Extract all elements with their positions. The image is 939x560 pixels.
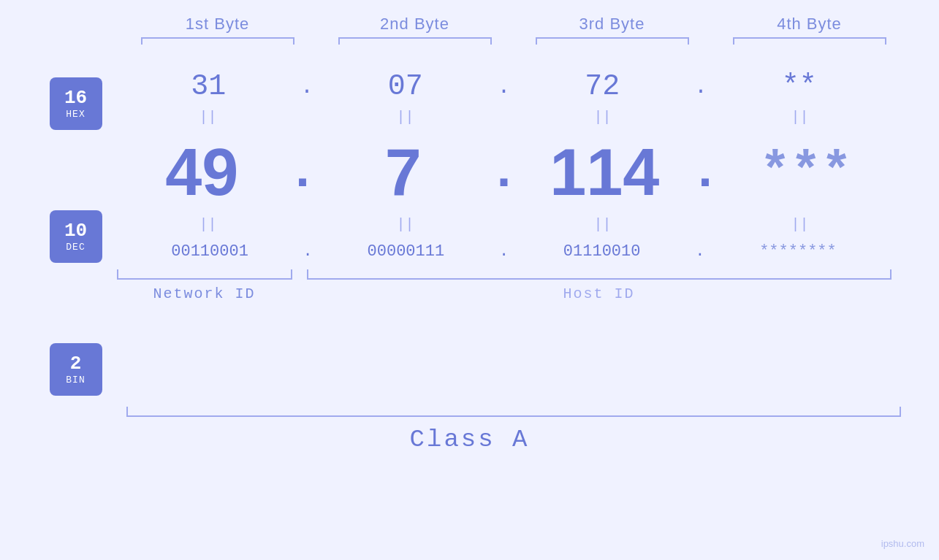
dec-b4-value: ***	[760, 144, 852, 202]
bin-b2-value: 00000111	[368, 242, 445, 261]
bin-badge-label: BIN	[66, 375, 85, 386]
bin-b3: 01110010	[509, 242, 695, 261]
bin-dot1: .	[303, 242, 313, 261]
eq1-b3: ||	[512, 109, 694, 126]
eq2-b1: ||	[117, 216, 300, 233]
byte-headers: 1st Byte 2nd Byte 3rd Byte 4th Byte	[119, 15, 908, 34]
dec-badge-label: DEC	[66, 242, 85, 253]
eq1-b4: ||	[709, 109, 892, 126]
bin-dot2: .	[499, 242, 509, 261]
hex-dot1: .	[300, 74, 313, 99]
main-container: 1st Byte 2nd Byte 3rd Byte 4th Byte 16 H…	[0, 0, 939, 560]
hex-b1: 31	[117, 70, 300, 103]
host-id-label: Host ID	[307, 285, 892, 302]
byte4-header: 4th Byte	[722, 15, 897, 34]
hex-row: 31 . 07 . 72 . **	[117, 70, 892, 103]
bin-row: 00110001 . 00000111 . 01110010 .	[117, 242, 892, 261]
bracket-b2	[338, 37, 492, 45]
network-bracket	[117, 269, 292, 280]
content-area: 16 HEX 10 DEC 2 BIN 31 .	[50, 55, 927, 396]
dec-b4: ***	[721, 144, 891, 202]
full-bottom-bracket	[126, 407, 901, 417]
bracket-b3	[536, 37, 689, 45]
eq2-b4: ||	[709, 216, 892, 233]
bin-dot3: .	[695, 242, 704, 261]
hex-badge-label: HEX	[66, 109, 85, 120]
hex-b3-value: 72	[585, 70, 620, 103]
rows-container: 31 . 07 . 72 . **	[117, 55, 927, 302]
network-id-label: Network ID	[117, 285, 292, 302]
bin-b1-value: 00110001	[171, 242, 248, 261]
hex-badge: 16 HEX	[50, 77, 102, 130]
dec-b2: 7	[318, 135, 488, 210]
bin-badge-number: 2	[70, 354, 82, 373]
top-brackets	[119, 37, 908, 45]
dec-dot3: .	[690, 144, 721, 202]
equals-row-2: || || || ||	[117, 216, 892, 233]
byte2-header: 2nd Byte	[327, 15, 503, 34]
eq2-b2: ||	[314, 216, 497, 233]
byte1-header: 1st Byte	[130, 15, 305, 34]
class-label: Class A	[0, 426, 939, 453]
hex-dot2: .	[497, 74, 510, 99]
bin-badge: 2 BIN	[50, 343, 102, 396]
hex-b2: 07	[313, 70, 497, 103]
eq2-b3: ||	[512, 216, 694, 233]
dec-b1: 49	[117, 135, 287, 210]
hex-b3: 72	[511, 70, 694, 103]
dec-b3-value: 114	[550, 136, 659, 209]
hex-b1-value: 31	[191, 70, 226, 103]
bin-b1: 00110001	[117, 242, 303, 261]
hex-b2-value: 07	[388, 70, 423, 103]
bin-b4-value: ********	[759, 242, 837, 261]
dec-badge-number: 10	[64, 221, 87, 240]
watermark: ipshu.com	[881, 538, 924, 549]
dec-b3: 114	[520, 135, 690, 210]
bin-b3-value: 01110010	[563, 242, 641, 261]
bin-b2: 00000111	[313, 242, 499, 261]
dec-b2-value: 7	[385, 136, 422, 209]
eq1-b2: ||	[314, 109, 497, 126]
dec-dot1: .	[287, 144, 318, 202]
hex-dot3: .	[694, 74, 707, 99]
dec-dot2: .	[488, 144, 519, 202]
equals-row-1: || || || ||	[117, 109, 892, 126]
eq1-b1: ||	[117, 109, 300, 126]
dec-row: 49 . 7 . 114 . ***	[117, 135, 892, 210]
bracket-b4	[733, 37, 886, 45]
hex-badge-number: 16	[64, 88, 87, 107]
bin-b4: ********	[704, 242, 891, 261]
hex-b4: **	[707, 70, 891, 103]
badges-column: 16 HEX 10 DEC 2 BIN	[50, 77, 102, 396]
bottom-brackets-row	[117, 269, 892, 280]
dec-badge: 10 DEC	[50, 210, 102, 263]
id-labels-row: Network ID Host ID	[117, 285, 892, 302]
host-bracket	[307, 269, 892, 280]
dec-b1-value: 49	[165, 136, 238, 209]
byte3-header: 3rd Byte	[525, 15, 700, 34]
hex-b4-value: **	[782, 70, 817, 103]
bracket-b1	[141, 37, 294, 45]
